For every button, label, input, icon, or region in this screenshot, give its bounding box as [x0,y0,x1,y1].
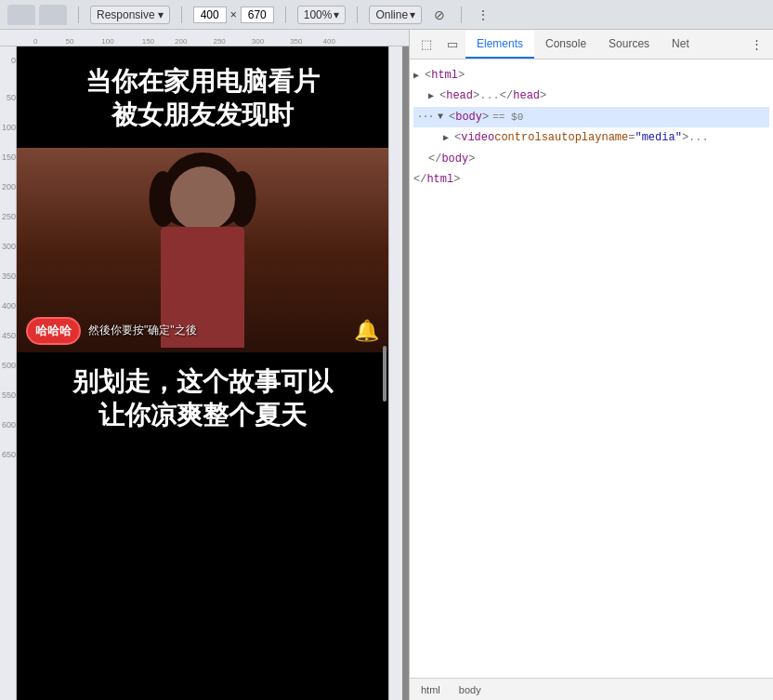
zoom-chevron: ▾ [334,8,339,21]
tag-html: html [431,66,458,85]
tab-sources[interactable]: Sources [597,31,661,59]
bottom-text-section: 别划走，这个故事可以 让你凉爽整个夏天 [17,352,388,452]
separator-5 [461,7,462,23]
head-ellipsis: ... [479,86,500,105]
tab-inactive-1[interactable] [7,5,35,25]
html-tree: ▶ <html> ▶ <head> ... </head> ··· ▼ <bod… [413,65,769,190]
tag-body: body [455,108,482,126]
viewport-scrollbar-area [388,46,402,700]
main-area: 0 50 100 150 200 250 300 350 400 0 50 10… [0,30,773,700]
arrow-video[interactable]: ▶ [443,130,454,146]
tag-html-close: html [426,170,453,189]
tree-line-head[interactable]: ▶ <head> ... </head> [413,86,769,106]
devtools-statusbar: html body [410,678,773,700]
cross-symbol: × [230,8,237,21]
devtools-more-icon[interactable]: ⋮ [743,32,769,58]
bottom-line-1: 别划走，这个故事可以 [45,365,360,399]
subtitle-text: 然後你要按"确定"之後 [88,324,197,338]
arrow-head[interactable]: ▶ [428,88,439,104]
inspect-element-icon[interactable]: ⬚ [413,32,439,58]
device-viewport: 当你在家用电脑看片 被女朋友发现时 [17,46,388,700]
subtitle-overlay: 哈哈哈 然後你要按"确定"之後 🔔 [17,317,388,345]
tab-bar [7,5,67,25]
separator-1 [78,7,79,23]
body-ellipsis-marker: ··· [417,109,434,125]
hahaha-badge: 哈哈哈 [26,317,81,345]
device-scroll-handle[interactable] [383,346,386,402]
online-chevron: ▾ [410,8,415,21]
tree-line-html-open[interactable]: ▶ <html> [413,65,769,86]
tree-line-video[interactable]: ▶ <video controls autoplay name="media">… [413,127,769,148]
video-content: 当你在家用电脑看片 被女朋友发现时 [17,46,388,452]
top-text-section: 当你在家用电脑看片 被女朋友发现时 [17,46,388,148]
top-chinese-text: 当你在家用电脑看片 被女朋友发现时 [45,65,360,133]
more-options-icon[interactable]: ⋮ [473,5,493,25]
browser-toolbar: Responsive ▾ × 100% ▾ Online ▾ ⊘ ⋮ [0,0,773,30]
responsive-dropdown[interactable]: Responsive ▾ [90,6,170,24]
responsive-chevron: ▾ [158,8,164,21]
tag-head: head [446,86,473,105]
device-toggle-icon[interactable]: ▭ [439,32,465,58]
tree-line-body[interactable]: ··· ▼ <body> == $0 [413,107,769,127]
separator-2 [181,7,182,23]
width-input[interactable] [193,7,227,23]
tab-console[interactable]: Console [534,31,597,59]
tag-body-close: body [441,150,468,168]
dimension-box: × [193,7,274,23]
tag-video: video [461,128,494,147]
devtools-tabs: ⬚ ▭ Elements Console Sources Net ⋮ [410,30,773,59]
devtools-options: ⋮ [743,32,769,58]
bottom-line-2: 让你凉爽整个夏天 [45,399,360,432]
attr-controls: controls [494,128,548,147]
tab-inactive-2[interactable] [39,5,67,25]
video-scene: 哈哈哈 然後你要按"确定"之後 🔔 [17,148,388,352]
online-label: Online [375,8,408,21]
responsive-label: Responsive [97,8,155,21]
status-body[interactable]: body [455,683,485,696]
bottom-chinese-text: 别划走，这个故事可以 让你凉爽整个夏天 [45,365,360,433]
arrow-body[interactable]: ▼ [438,109,449,125]
viewport-wrapper: 0 50 100 150 200 250 300 350 400 450 500… [0,46,409,700]
person-head [170,166,235,231]
tab-elements[interactable]: Elements [465,31,534,59]
attr-name: name [601,128,628,147]
devtools-content: ▶ <html> ▶ <head> ... </head> ··· ▼ <bod… [410,59,773,678]
dollar-zero-marker: == $0 [492,109,523,126]
ruler-horizontal: 0 50 100 150 200 250 300 350 400 [0,30,409,46]
zoom-label: 100% [304,8,333,21]
separator-3 [285,7,286,23]
attr-autoplay: autoplay [548,128,602,147]
online-dropdown[interactable]: Online ▾ [369,6,422,24]
devtools-panel: ⬚ ▭ Elements Console Sources Net ⋮ ▶ <ht… [409,30,773,700]
status-html[interactable]: html [417,683,444,696]
tree-line-html-close[interactable]: </html> [413,169,769,190]
height-input[interactable] [241,7,274,23]
attr-name-value: "media" [635,128,681,147]
bell-icon: 🔔 [354,319,379,343]
arrow-html[interactable]: ▶ [413,68,425,84]
ruler-vertical: 0 50 100 150 200 250 300 350 400 450 500… [0,46,17,700]
video-ellipsis: ... [688,128,709,147]
separator-4 [357,7,358,23]
top-line-1: 当你在家用电脑看片 [45,65,360,99]
top-line-2: 被女朋友发现时 [45,99,360,132]
no-cache-icon[interactable]: ⊘ [429,5,450,25]
tree-line-body-close[interactable]: </body> [413,149,769,169]
viewport-area: 0 50 100 150 200 250 300 350 400 0 50 10… [0,30,409,700]
tab-network[interactable]: Net [661,31,701,59]
zoom-dropdown[interactable]: 100% ▾ [297,6,347,24]
